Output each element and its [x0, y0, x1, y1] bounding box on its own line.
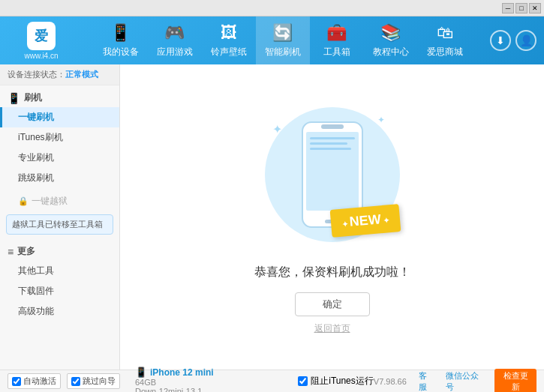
- flash-group-icon: 📱: [8, 92, 20, 104]
- device-firmware: Down-12mini-13,1: [135, 387, 298, 392]
- sidebar-item-other-tools[interactable]: 其他工具: [0, 261, 119, 281]
- sidebar-more-section: ≡ 更多 其他工具 下载固件 高级功能: [0, 239, 119, 323]
- device-name: iPhone 12 mini: [150, 367, 214, 378]
- sidebar-item-download-firmware[interactable]: 下载固件: [0, 281, 119, 301]
- nav-label-tutorial: 教程中心: [373, 46, 409, 58]
- more-group-icon: ≡: [8, 246, 14, 258]
- wallpaper-icon: 🖼: [221, 23, 237, 43]
- nav-item-smart-flash[interactable]: 🔄 智能刷机: [256, 16, 310, 64]
- toolbox-icon: 🧰: [326, 23, 347, 43]
- main-content: ✦ ✦ NEW 恭喜您，保资料刷机成功啦！ 确定 返回首页: [120, 64, 544, 370]
- download-btn[interactable]: ⬇: [490, 30, 511, 51]
- nav-label-apps-games: 应用游戏: [157, 46, 193, 58]
- my-device-icon: 📱: [110, 23, 131, 43]
- header: 爱 www.i4.cn 📱 我的设备 🎮 应用游戏 🖼 铃声壁纸 🔄 智能刷机 …: [0, 16, 544, 64]
- sidebar-jailbreak-section: 🔒 一键越狱 越狱工具已转移至工具箱: [0, 190, 119, 239]
- sidebar-item-noupgrade-flash[interactable]: 跳级刷机: [0, 168, 119, 188]
- nav-item-toolbox[interactable]: 🧰 工具箱: [310, 16, 364, 64]
- confirm-button[interactable]: 确定: [295, 292, 370, 316]
- more-group-label: 更多: [17, 245, 35, 258]
- lock-icon: 🔒: [18, 196, 29, 206]
- device-storage: 64GB: [135, 378, 298, 387]
- version-text: V7.98.66: [374, 377, 407, 386]
- device-phone-icon: 📱: [135, 367, 147, 378]
- sidebar-flash-section: 📱 刷机 一键刷机 iTunes刷机 专业刷机 跳级刷机: [0, 85, 119, 190]
- sidebar-flash-group: 📱 刷机: [0, 87, 119, 107]
- auto-connect-checkbox[interactable]: 自动激活: [8, 373, 61, 389]
- auto-connect-input[interactable]: [12, 377, 21, 386]
- shop-icon: 🛍: [437, 23, 453, 43]
- itunes-label: 阻止iTunes运行: [311, 375, 374, 388]
- nav-label-toolbox: 工具箱: [323, 46, 350, 58]
- itunes-checkbox[interactable]: [298, 376, 308, 386]
- close-btn[interactable]: ✕: [529, 3, 541, 13]
- success-message: 恭喜您，保资料刷机成功啦！: [254, 265, 410, 280]
- maximize-btn[interactable]: □: [515, 3, 527, 13]
- main-nav: 📱 我的设备 🎮 应用游戏 🖼 铃声壁纸 🔄 智能刷机 🧰 工具箱 📚 教程中心…: [75, 16, 490, 64]
- tutorial-icon: 📚: [380, 23, 401, 43]
- minimize-btn[interactable]: ─: [502, 3, 514, 13]
- sidebar-item-itunes-flash[interactable]: iTunes刷机: [0, 127, 119, 148]
- nav-label-wallpaper: 铃声壁纸: [211, 46, 247, 58]
- logo-text: www.i4.cn: [24, 52, 58, 60]
- title-bar: ─ □ ✕: [0, 0, 544, 16]
- sidebar-item-pro-flash[interactable]: 专业刷机: [0, 148, 119, 168]
- nav-item-apps-games[interactable]: 🎮 应用游戏: [148, 16, 202, 64]
- bottom-left: 自动激活 跳过向导: [8, 373, 128, 389]
- auto-connect-label: 自动激活: [23, 376, 56, 387]
- itunes-status: 阻止iTunes运行: [298, 375, 374, 388]
- sidebar-item-advanced[interactable]: 高级功能: [0, 301, 119, 322]
- svg-rect-2: [321, 124, 344, 129]
- nav-item-tutorial[interactable]: 📚 教程中心: [364, 16, 418, 64]
- flash-group-label: 刷机: [24, 91, 42, 104]
- user-btn[interactable]: 👤: [515, 30, 536, 51]
- skip-wizard-label: 跳过向导: [83, 376, 116, 387]
- sidebar-more-group: ≡ 更多: [0, 241, 119, 261]
- skip-wizard-checkbox[interactable]: 跳过向导: [67, 373, 120, 389]
- phone-illustration: ✦ ✦ NEW: [257, 100, 407, 250]
- svg-rect-5: [310, 142, 347, 145]
- go-home-link[interactable]: 返回首页: [314, 322, 350, 335]
- bottom-bar: 自动激活 跳过向导 📱 iPhone 12 mini 64GB Down-12m…: [0, 370, 544, 392]
- header-action-btns: ⬇ 👤: [490, 30, 536, 51]
- main-layout: 设备连接状态：正常模式 📱 刷机 一键刷机 iTunes刷机 专业刷机 跳级刷机…: [0, 64, 544, 370]
- svg-rect-6: [310, 148, 351, 150]
- status-label: 设备连接状态：: [8, 70, 65, 79]
- nav-item-shop[interactable]: 🛍 爱思商城: [418, 16, 472, 64]
- sparkle-tl-icon: ✦: [272, 122, 282, 136]
- sidebar-jailbreak-group: 🔒 一键越狱: [0, 191, 119, 211]
- connection-status: 设备连接状态：正常模式: [0, 64, 119, 85]
- nav-item-my-device[interactable]: 📱 我的设备: [94, 16, 148, 64]
- new-badge: NEW: [329, 204, 400, 238]
- sidebar-item-one-key-flash[interactable]: 一键刷机: [0, 107, 119, 127]
- apps-games-icon: 🎮: [164, 23, 185, 43]
- sidebar: 设备连接状态：正常模式 📱 刷机 一键刷机 iTunes刷机 专业刷机 跳级刷机…: [0, 64, 120, 370]
- bottom-right-info: V7.98.66 客服 微信公众号 检查更新: [374, 369, 536, 393]
- nav-label-shop: 爱思商城: [427, 46, 463, 58]
- sparkle-tr-icon: ✦: [377, 115, 385, 125]
- skip-wizard-input[interactable]: [71, 377, 80, 386]
- device-info: 📱 iPhone 12 mini 64GB Down-12mini-13,1: [128, 367, 298, 392]
- jailbreak-label: 一键越狱: [32, 195, 68, 208]
- logo-icon: 爱: [27, 22, 56, 50]
- window-controls[interactable]: ─ □ ✕: [502, 3, 541, 13]
- nav-item-wallpaper[interactable]: 🖼 铃声壁纸: [202, 16, 256, 64]
- update-button[interactable]: 检查更新: [494, 369, 536, 393]
- service-link[interactable]: 客服: [419, 370, 434, 393]
- nav-label-my-device: 我的设备: [103, 46, 139, 58]
- svg-rect-4: [310, 137, 355, 139]
- jailbreak-notice: 越狱工具已转移至工具箱: [6, 214, 113, 235]
- status-value: 正常模式: [65, 70, 98, 79]
- logo: 爱 www.i4.cn: [8, 22, 75, 60]
- smart-flash-icon: 🔄: [272, 23, 293, 43]
- nav-label-smart-flash: 智能刷机: [265, 46, 301, 58]
- wechat-link[interactable]: 微信公众号: [446, 370, 483, 393]
